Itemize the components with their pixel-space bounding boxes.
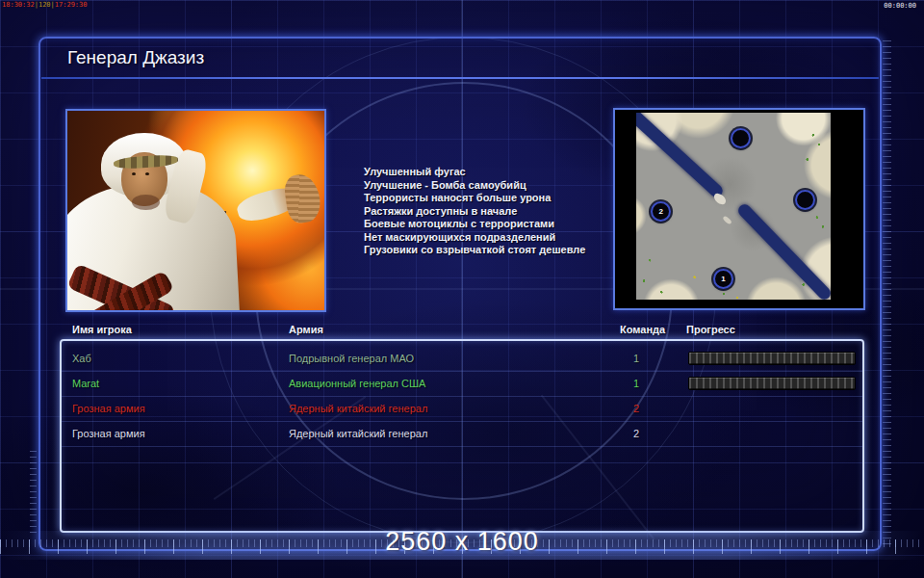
player-team: 1 bbox=[617, 353, 655, 364]
loading-screen: 18:30:32|120|17:29:30 00:00:00 Генерал Д… bbox=[0, 0, 924, 578]
perk-item: Улучшение - Бомба самоубийц bbox=[364, 179, 614, 193]
perk-item: Террористы наносят больше урона bbox=[364, 192, 614, 205]
debug-timer-overlay: 18:30:32|120|17:29:30 bbox=[2, 1, 88, 9]
marker-label: 1 bbox=[721, 275, 725, 283]
progress-bar bbox=[688, 352, 856, 365]
right-ruler-decoration bbox=[883, 40, 891, 545]
player-army: Подрывной генерал МАО bbox=[289, 353, 414, 364]
main-frame: Генерал Джазиз Улучшенный фугас Улучшени… bbox=[38, 37, 882, 551]
player-row: Грозная армия Ядерный китайский генерал … bbox=[62, 396, 862, 422]
column-header-team: Команда bbox=[620, 324, 665, 335]
page-title: Генерал Джазиз bbox=[67, 47, 204, 68]
player-row: Хаб Подрывной генерал МАО 1 bbox=[62, 346, 862, 372]
player-army: Ядерный китайский генерал bbox=[289, 403, 427, 414]
player-name: Грозная армия bbox=[72, 428, 145, 439]
progress-bar-fill bbox=[689, 378, 855, 389]
minimap-panel: 2 1 bbox=[613, 108, 865, 310]
left-ruler-decoration bbox=[30, 451, 37, 536]
general-portrait bbox=[65, 109, 326, 312]
debug-time-a: 18:30:32 bbox=[2, 1, 35, 9]
general-perks-list: Улучшенный фугас Улучшение - Бомба самоу… bbox=[364, 166, 614, 257]
face-eyes bbox=[132, 172, 136, 175]
perk-item: Растяжки доступны в начале bbox=[364, 205, 614, 219]
debug-time-b: 17:29:30 bbox=[55, 1, 88, 9]
start-position-marker: 2 bbox=[651, 201, 671, 222]
resolution-label: 2560 x 1600 bbox=[0, 527, 924, 557]
perk-item: Боевые мотоциклы с террористами bbox=[364, 218, 614, 231]
player-team: 2 bbox=[617, 428, 655, 439]
column-header-name: Имя игрока bbox=[72, 324, 132, 335]
column-header-progress: Прогресс bbox=[686, 324, 735, 335]
perk-item: Улучшенный фугас bbox=[364, 166, 614, 179]
perk-item: Нет маскирующихся подразделений bbox=[364, 231, 614, 245]
start-position-marker bbox=[795, 190, 815, 210]
player-name: Хаб bbox=[72, 353, 91, 364]
player-name: Marat bbox=[72, 378, 99, 389]
players-table-header: Имя игрока Армия Команда Прогресс bbox=[40, 324, 880, 339]
progress-bar bbox=[688, 377, 856, 390]
player-row: Marat Авиационный генерал США 1 bbox=[62, 371, 862, 397]
player-name: Грозная армия bbox=[72, 403, 145, 414]
title-separator bbox=[41, 77, 879, 79]
player-army: Ядерный китайский генерал bbox=[289, 428, 427, 439]
player-team: 1 bbox=[617, 378, 655, 389]
minimap: 2 1 bbox=[636, 113, 831, 300]
start-position-marker: 1 bbox=[713, 269, 733, 289]
marker-label: 2 bbox=[659, 207, 663, 216]
debug-fps: |120| bbox=[35, 1, 55, 9]
player-row: Грозная армия Ядерный китайский генерал … bbox=[62, 421, 862, 447]
progress-bar-fill bbox=[689, 353, 855, 364]
player-army: Авиационный генерал США bbox=[289, 378, 425, 389]
players-panel: Хаб Подрывной генерал МАО 1 Marat Авиаци… bbox=[60, 339, 864, 533]
match-timer: 00:00:00 bbox=[884, 2, 916, 10]
perk-item: Грузовики со взрывчаткой стоят дешевле bbox=[364, 244, 614, 257]
column-header-army: Армия bbox=[289, 324, 323, 335]
player-team: 2 bbox=[617, 403, 655, 414]
